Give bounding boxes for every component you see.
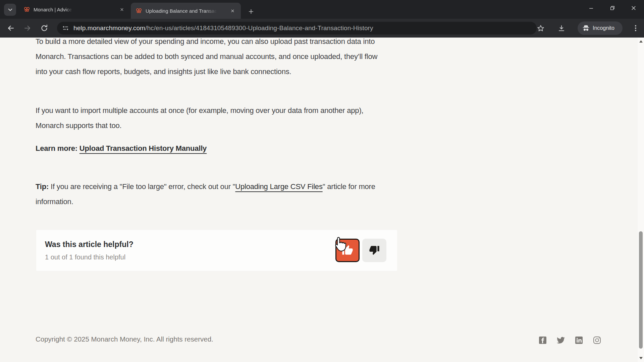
monarch-butterfly-icon xyxy=(136,8,142,14)
scrollbar[interactable] xyxy=(638,38,644,362)
restore-icon xyxy=(610,6,615,10)
article-paragraph-1: To build a more detailed view of your sp… xyxy=(36,38,386,79)
thumbs-up-icon xyxy=(342,245,353,256)
feedback-count: 1 out of 1 found this helpful xyxy=(45,253,133,261)
feedback-buttons xyxy=(335,239,386,262)
site-info-icon[interactable] xyxy=(62,25,69,31)
close-button[interactable] xyxy=(623,0,644,16)
tab-close-icon[interactable] xyxy=(118,6,125,13)
learn-more-label: Learn more: xyxy=(36,144,79,153)
incognito-spy-icon xyxy=(582,24,590,32)
address-bar[interactable]: help.monarchmoney.com/hc/en-us/articles/… xyxy=(57,22,537,35)
tab-title: Uploading Balance and Transac xyxy=(146,8,217,14)
plus-icon xyxy=(249,9,254,14)
forward-icon[interactable] xyxy=(23,24,32,32)
tab-title: Monarch | Advice xyxy=(34,7,72,12)
tab-monarch-advice[interactable]: Monarch | Advice xyxy=(19,0,130,19)
browser-toolbar: help.monarchmoney.com/hc/en-us/articles/… xyxy=(0,19,644,38)
minimize-icon xyxy=(589,6,593,10)
menu-dots-icon[interactable] xyxy=(632,24,639,32)
thumbs-down-button[interactable] xyxy=(362,239,386,262)
bookmark-star-icon[interactable] xyxy=(537,24,545,33)
scrollbar-down-arrow[interactable] xyxy=(639,357,643,359)
feedback-texts: Was this article helpful? 1 out of 1 fou… xyxy=(45,240,133,261)
restore-button[interactable] xyxy=(602,0,623,16)
close-icon xyxy=(631,6,636,10)
tip-text-before: If you are receiving a "File too large" … xyxy=(49,182,235,191)
reload-icon[interactable] xyxy=(40,24,48,32)
feedback-card: Was this article helpful? 1 out of 1 fou… xyxy=(36,230,397,271)
tab-uploading-balance[interactable]: Uploading Balance and Transac xyxy=(131,3,241,19)
learn-more-line: Learn more: Upload Transaction History M… xyxy=(36,141,386,156)
scrollbar-up-arrow[interactable] xyxy=(639,40,643,43)
tip-label: Tip: xyxy=(36,182,49,191)
chevron-down-icon xyxy=(8,8,12,11)
article-paragraph-2: If you want to import multiple accounts … xyxy=(36,103,386,133)
tab-strip: Monarch | Advice Uploading Balance and T… xyxy=(0,0,644,19)
new-tab-button[interactable] xyxy=(246,7,256,16)
feedback-question: Was this article helpful? xyxy=(45,240,133,249)
footer-social-icons xyxy=(539,336,601,344)
incognito-badge[interactable]: Incognito xyxy=(578,21,623,35)
twitter-icon[interactable] xyxy=(557,336,565,344)
window-controls xyxy=(581,0,644,16)
help-article-page: To build a more detailed view of your sp… xyxy=(0,38,644,362)
upload-transaction-history-link[interactable]: Upload Transaction History Manually xyxy=(79,144,207,153)
instagram-icon[interactable] xyxy=(593,336,601,344)
scrollbar-thumb[interactable] xyxy=(639,231,643,349)
url-text: help.monarchmoney.com/hc/en-us/articles/… xyxy=(73,24,373,32)
uploading-large-csv-files-link[interactable]: Uploading Large CSV Files xyxy=(235,182,322,191)
facebook-icon[interactable] xyxy=(539,336,547,344)
tab-close-icon[interactable] xyxy=(229,7,236,14)
url-domain: help.monarchmoney.com xyxy=(73,24,145,32)
tab-search-button[interactable] xyxy=(4,4,16,16)
thumbs-down-icon xyxy=(369,245,380,256)
minimize-button[interactable] xyxy=(581,0,602,16)
thumbs-up-button[interactable] xyxy=(335,239,360,262)
url-path: /hc/en-us/articles/41843105489300-Upload… xyxy=(145,24,373,32)
linkedin-icon[interactable] xyxy=(575,336,583,344)
monarch-butterfly-icon xyxy=(24,6,30,12)
tip-line: Tip: If you are receiving a "File too la… xyxy=(36,179,384,209)
footer-copyright: Copyright © 2025 Monarch Money, Inc. All… xyxy=(36,335,213,343)
incognito-label: Incognito xyxy=(593,25,614,31)
download-icon[interactable] xyxy=(557,24,566,33)
back-icon[interactable] xyxy=(7,24,15,32)
